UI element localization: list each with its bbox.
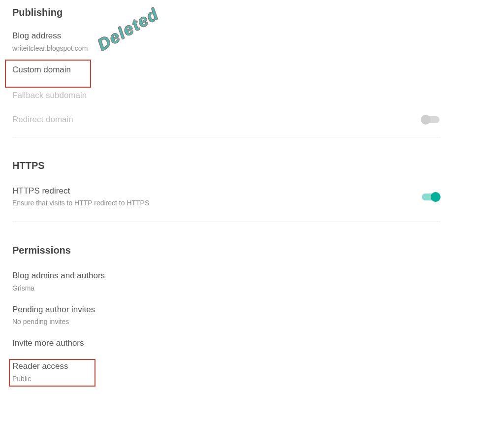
publishing-title: Publishing xyxy=(12,4,504,22)
custom-domain-row[interactable]: Custom domain xyxy=(12,64,71,76)
pending-invites-value: No pending invites xyxy=(12,316,504,327)
permissions-title: Permissions xyxy=(12,242,504,260)
invite-more-authors[interactable]: Invite more authors xyxy=(12,337,84,350)
toggle-knob xyxy=(421,115,431,125)
blog-address-label: Blog address xyxy=(12,30,61,42)
reader-access-value: Public xyxy=(12,373,504,385)
reader-access-label[interactable]: Reader access xyxy=(12,360,68,373)
redirect-domain-label: Redirect domain xyxy=(12,114,73,126)
https-title: HTTPS xyxy=(12,157,504,175)
https-redirect-desc: Ensure that visits to HTTP redirect to H… xyxy=(12,197,422,209)
blog-admins-label[interactable]: Blog admins and authors xyxy=(12,270,105,282)
https-redirect-toggle[interactable] xyxy=(422,194,440,200)
pending-invites-label[interactable]: Pending author invites xyxy=(12,304,95,316)
settings-page: Publishing Blog address writeitclear.blo… xyxy=(0,0,504,423)
toggle-knob xyxy=(431,192,441,202)
https-redirect-label: HTTPS redirect xyxy=(12,185,70,197)
blog-admins-value: Grisma xyxy=(12,282,504,294)
fallback-subdomain-row: Fallback subdomain xyxy=(12,90,87,102)
redirect-domain-toggle[interactable] xyxy=(422,116,440,123)
blog-address-row[interactable]: Blog address writeitclear.blogspot.com xyxy=(12,22,504,55)
blog-address-value: writeitclear.blogspot.com xyxy=(12,42,504,54)
